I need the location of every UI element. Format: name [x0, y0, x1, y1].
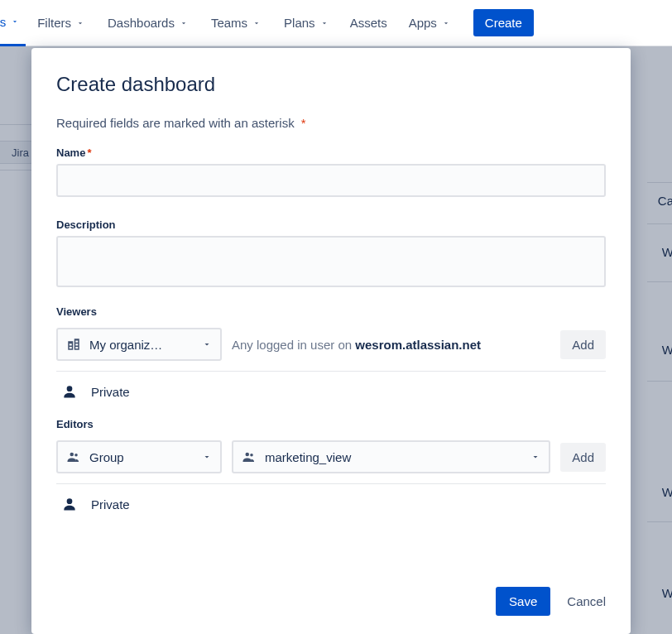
nav-item-label: Apps: [409, 16, 437, 30]
editors-add-button[interactable]: Add: [560, 443, 606, 472]
editors-private-row: Private: [61, 496, 606, 512]
description-label: Description: [56, 219, 606, 231]
editors-row: Group marketing_view Add: [56, 440, 606, 473]
dropdown-label: Group: [89, 450, 195, 464]
nav-item-label: Plans: [284, 16, 315, 30]
nav-item-dashboards[interactable]: Dashboards: [103, 0, 193, 46]
required-note: Required fields are marked with an aster…: [56, 116, 606, 130]
nav-item-assets[interactable]: Assets: [347, 0, 391, 46]
cancel-button[interactable]: Cancel: [567, 594, 606, 608]
private-label: Private: [91, 497, 130, 512]
svg-point-0: [67, 386, 73, 391]
viewers-private-row: Private: [61, 383, 606, 400]
dropdown-label: My organiz…: [89, 338, 195, 352]
name-label: Name*: [56, 146, 606, 159]
name-input[interactable]: [56, 164, 606, 197]
editors-value-dropdown[interactable]: marketing_view: [232, 440, 550, 473]
chevron-down-icon: [202, 339, 212, 349]
viewers-row: My organiz… Any logged in user on wesrom…: [56, 328, 606, 361]
svg-point-4: [250, 454, 253, 457]
description-input[interactable]: [56, 236, 606, 287]
nav-item-projects-partial[interactable]: cts: [0, 0, 26, 46]
create-dashboard-modal: Create dashboard Required fields are mar…: [31, 48, 631, 634]
person-icon: [61, 496, 78, 512]
viewers-help-text: Any logged in user on wesrom.atlassian.n…: [232, 338, 550, 352]
required-asterisk: *: [87, 146, 91, 159]
group-icon: [66, 449, 81, 464]
svg-point-2: [74, 454, 78, 457]
chevron-down-icon: [442, 19, 450, 27]
name-field-block: Name*: [56, 146, 606, 197]
svg-point-1: [70, 453, 74, 457]
nav-item-apps[interactable]: Apps: [404, 0, 455, 46]
private-label: Private: [91, 385, 130, 399]
required-note-text: Required fields are marked with an aster…: [56, 116, 295, 130]
nav-item-label: cts: [0, 15, 6, 29]
chevron-down-icon: [76, 19, 84, 27]
chevron-down-icon: [180, 19, 188, 27]
divider: [56, 483, 606, 484]
viewers-scope-dropdown[interactable]: My organiz…: [56, 328, 222, 361]
modal-footer: Save Cancel: [56, 587, 606, 616]
editors-section: Editors Group marketing_view Add: [56, 418, 606, 531]
viewers-add-button[interactable]: Add: [560, 330, 606, 359]
viewers-label: Viewers: [56, 305, 606, 318]
nav-item-label: Dashboards: [108, 16, 175, 30]
editors-label: Editors: [56, 418, 606, 430]
chevron-down-icon: [11, 17, 19, 26]
svg-point-3: [246, 453, 250, 457]
dropdown-label: marketing_view: [265, 450, 524, 464]
nav-item-plans[interactable]: Plans: [279, 0, 334, 46]
chevron-down-icon: [202, 452, 212, 462]
nav-item-filters[interactable]: Filters: [32, 0, 89, 46]
chevron-down-icon: [530, 452, 540, 462]
viewers-section: Viewers My organiz… Any logged in user o…: [56, 305, 606, 418]
svg-point-5: [67, 498, 73, 504]
nav-item-label: Assets: [350, 16, 387, 30]
top-nav: cts Filters Dashboards Teams Plans Asset…: [0, 0, 672, 46]
nav-item-teams[interactable]: Teams: [206, 0, 266, 46]
nav-item-label: Filters: [37, 16, 71, 30]
organization-icon: [66, 337, 81, 352]
modal-title: Create dashboard: [56, 73, 606, 96]
chevron-down-icon: [320, 19, 329, 27]
divider: [56, 371, 606, 372]
create-button[interactable]: Create: [473, 9, 534, 36]
nav-item-label: Teams: [211, 16, 247, 30]
description-field-block: Description: [56, 219, 606, 291]
chevron-down-icon: [252, 19, 261, 27]
group-icon: [242, 449, 257, 464]
save-button[interactable]: Save: [496, 587, 550, 616]
asterisk-icon: *: [301, 116, 306, 130]
person-icon: [61, 383, 78, 400]
editors-scope-dropdown[interactable]: Group: [56, 440, 222, 473]
